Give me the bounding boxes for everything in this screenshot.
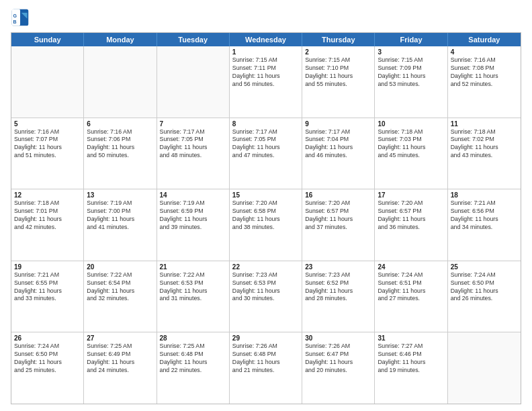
day-number: 14 [160,191,226,199]
header: G B [11,8,521,27]
cal-cell-day-10: 10Sunrise: 7:18 AM Sunset: 7:03 PM Dayli… [375,118,447,189]
cal-header-saturday: Saturday [448,33,521,46]
cell-info: Sunrise: 7:19 AM Sunset: 6:59 PM Dayligh… [160,199,226,232]
cal-cell-day-23: 23Sunrise: 7:23 AM Sunset: 6:52 PM Dayli… [302,261,375,332]
day-number: 21 [160,263,226,271]
cal-cell-day-14: 14Sunrise: 7:19 AM Sunset: 6:59 PM Dayli… [157,189,230,261]
cell-info: Sunrise: 7:21 AM Sunset: 6:55 PM Dayligh… [14,271,81,304]
cell-info: Sunrise: 7:16 AM Sunset: 7:06 PM Dayligh… [87,128,153,161]
cal-cell-day-11: 11Sunrise: 7:18 AM Sunset: 7:02 PM Dayli… [448,118,521,189]
cal-header-friday: Friday [375,33,447,46]
svg-text:B: B [13,19,17,24]
day-number: 5 [14,120,81,128]
day-number: 13 [87,191,153,199]
cal-header-monday: Monday [84,33,157,46]
cell-info: Sunrise: 7:25 AM Sunset: 6:48 PM Dayligh… [160,342,226,375]
cal-cell-day-17: 17Sunrise: 7:20 AM Sunset: 6:57 PM Dayli… [375,189,447,261]
day-number: 8 [232,120,299,128]
cal-week-3: 12Sunrise: 7:18 AM Sunset: 7:01 PM Dayli… [11,189,521,261]
cell-info: Sunrise: 7:23 AM Sunset: 6:52 PM Dayligh… [305,271,371,304]
cal-header-sunday: Sunday [11,33,84,46]
cell-info: Sunrise: 7:22 AM Sunset: 6:54 PM Dayligh… [87,271,153,304]
cal-header-tuesday: Tuesday [157,33,230,46]
cal-cell-day-27: 27Sunrise: 7:25 AM Sunset: 6:49 PM Dayli… [84,332,157,404]
day-number: 31 [378,334,444,342]
cell-info: Sunrise: 7:25 AM Sunset: 6:49 PM Dayligh… [87,342,153,375]
cell-info: Sunrise: 7:17 AM Sunset: 7:05 PM Dayligh… [232,128,299,161]
cal-cell-day-28: 28Sunrise: 7:25 AM Sunset: 6:48 PM Dayli… [157,332,230,404]
day-number: 11 [451,120,518,128]
cell-info: Sunrise: 7:21 AM Sunset: 6:56 PM Dayligh… [451,199,518,232]
cal-cell-day-19: 19Sunrise: 7:21 AM Sunset: 6:55 PM Dayli… [11,261,84,332]
day-number: 6 [87,120,153,128]
cell-info: Sunrise: 7:27 AM Sunset: 6:46 PM Dayligh… [378,342,444,375]
cal-cell-day-2: 2Sunrise: 7:15 AM Sunset: 7:10 PM Daylig… [302,46,375,118]
day-number: 30 [305,334,371,342]
cell-info: Sunrise: 7:20 AM Sunset: 6:58 PM Dayligh… [232,199,299,232]
cal-cell-day-5: 5Sunrise: 7:16 AM Sunset: 7:07 PM Daylig… [11,118,84,189]
page: G B SundayMondayTuesdayWednesdayThursday… [0,0,532,411]
day-number: 28 [160,334,226,342]
day-number: 16 [305,191,371,199]
cal-cell-day-29: 29Sunrise: 7:26 AM Sunset: 6:48 PM Dayli… [230,332,302,404]
cal-cell-day-16: 16Sunrise: 7:20 AM Sunset: 6:57 PM Dayli… [302,189,375,261]
cal-cell-day-25: 25Sunrise: 7:24 AM Sunset: 6:50 PM Dayli… [448,261,521,332]
day-number: 2 [305,48,371,56]
cal-cell-empty [84,46,157,118]
cal-cell-empty [448,332,521,404]
cal-week-2: 5Sunrise: 7:16 AM Sunset: 7:07 PM Daylig… [11,118,521,190]
logo: G B [11,8,32,27]
logo-icon: G B [11,8,30,27]
cell-info: Sunrise: 7:26 AM Sunset: 6:48 PM Dayligh… [232,342,299,375]
cell-info: Sunrise: 7:15 AM Sunset: 7:10 PM Dayligh… [305,56,371,89]
cal-cell-day-22: 22Sunrise: 7:23 AM Sunset: 6:53 PM Dayli… [230,261,302,332]
calendar-body: 1Sunrise: 7:15 AM Sunset: 7:11 PM Daylig… [11,46,521,404]
cell-info: Sunrise: 7:24 AM Sunset: 6:51 PM Dayligh… [378,271,444,304]
cal-header-thursday: Thursday [302,33,375,46]
day-number: 19 [14,263,81,271]
cell-info: Sunrise: 7:18 AM Sunset: 7:02 PM Dayligh… [451,128,518,161]
cell-info: Sunrise: 7:20 AM Sunset: 6:57 PM Dayligh… [305,199,371,232]
cell-info: Sunrise: 7:22 AM Sunset: 6:53 PM Dayligh… [160,271,226,304]
cell-info: Sunrise: 7:15 AM Sunset: 7:09 PM Dayligh… [378,56,444,89]
cell-info: Sunrise: 7:19 AM Sunset: 7:00 PM Dayligh… [87,199,153,232]
cal-cell-day-26: 26Sunrise: 7:24 AM Sunset: 6:50 PM Dayli… [11,332,84,404]
day-number: 10 [378,120,444,128]
calendar-header-row: SundayMondayTuesdayWednesdayThursdayFrid… [11,33,521,46]
cell-info: Sunrise: 7:18 AM Sunset: 7:01 PM Dayligh… [14,199,81,232]
day-number: 27 [87,334,153,342]
day-number: 20 [87,263,153,271]
cell-info: Sunrise: 7:17 AM Sunset: 7:04 PM Dayligh… [305,128,371,161]
cal-cell-day-9: 9Sunrise: 7:17 AM Sunset: 7:04 PM Daylig… [302,118,375,189]
calendar: SundayMondayTuesdayWednesdayThursdayFrid… [11,32,521,404]
cal-header-wednesday: Wednesday [230,33,302,46]
cal-cell-day-1: 1Sunrise: 7:15 AM Sunset: 7:11 PM Daylig… [230,46,302,118]
day-number: 24 [378,263,444,271]
day-number: 22 [232,263,299,271]
cell-info: Sunrise: 7:23 AM Sunset: 6:53 PM Dayligh… [232,271,299,304]
cell-info: Sunrise: 7:20 AM Sunset: 6:57 PM Dayligh… [378,199,444,232]
cal-cell-day-8: 8Sunrise: 7:17 AM Sunset: 7:05 PM Daylig… [230,118,302,189]
cal-cell-day-20: 20Sunrise: 7:22 AM Sunset: 6:54 PM Dayli… [84,261,157,332]
cal-week-4: 19Sunrise: 7:21 AM Sunset: 6:55 PM Dayli… [11,261,521,333]
cell-info: Sunrise: 7:16 AM Sunset: 7:07 PM Dayligh… [14,128,81,161]
day-number: 26 [14,334,81,342]
day-number: 7 [160,120,226,128]
cell-info: Sunrise: 7:24 AM Sunset: 6:50 PM Dayligh… [451,271,518,304]
cal-cell-day-24: 24Sunrise: 7:24 AM Sunset: 6:51 PM Dayli… [375,261,447,332]
day-number: 17 [378,191,444,199]
cell-info: Sunrise: 7:15 AM Sunset: 7:11 PM Dayligh… [232,56,299,89]
day-number: 9 [305,120,371,128]
cell-info: Sunrise: 7:18 AM Sunset: 7:03 PM Dayligh… [378,128,444,161]
cal-week-5: 26Sunrise: 7:24 AM Sunset: 6:50 PM Dayli… [11,332,521,404]
cell-info: Sunrise: 7:16 AM Sunset: 7:08 PM Dayligh… [451,56,518,89]
cal-cell-day-4: 4Sunrise: 7:16 AM Sunset: 7:08 PM Daylig… [448,46,521,118]
cal-cell-day-18: 18Sunrise: 7:21 AM Sunset: 6:56 PM Dayli… [448,189,521,261]
cell-info: Sunrise: 7:26 AM Sunset: 6:47 PM Dayligh… [305,342,371,375]
cal-cell-day-3: 3Sunrise: 7:15 AM Sunset: 7:09 PM Daylig… [375,46,447,118]
cell-info: Sunrise: 7:17 AM Sunset: 7:05 PM Dayligh… [160,128,226,161]
cal-cell-day-6: 6Sunrise: 7:16 AM Sunset: 7:06 PM Daylig… [84,118,157,189]
day-number: 4 [451,48,518,56]
cal-cell-day-12: 12Sunrise: 7:18 AM Sunset: 7:01 PM Dayli… [11,189,84,261]
cal-cell-empty [11,46,84,118]
